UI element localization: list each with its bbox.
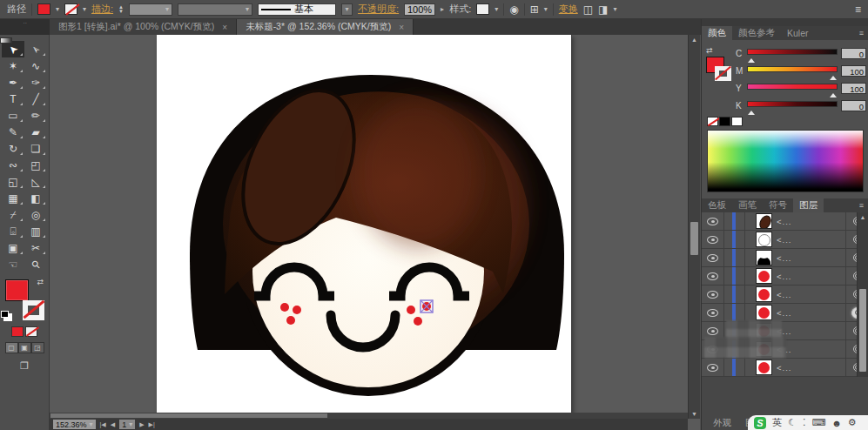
- symbol-sprayer-tool[interactable]: ⌺: [2, 223, 24, 239]
- pencil-tool[interactable]: ✎: [2, 124, 24, 140]
- black-swatch[interactable]: [719, 117, 730, 126]
- layers-panel-menu-icon[interactable]: ≡: [859, 201, 868, 210]
- toolbox-fill-swatch[interactable]: [5, 279, 29, 301]
- fill-color-swatch[interactable]: [37, 3, 50, 15]
- color-stroke-swatch[interactable]: [715, 66, 731, 81]
- layer-thumbnail[interactable]: [756, 213, 772, 229]
- stroke-link[interactable]: 描边:: [91, 3, 113, 16]
- graph-tool[interactable]: ▥: [24, 223, 47, 239]
- wrench-icon[interactable]: ⚙: [848, 417, 857, 428]
- distribute-icon[interactable]: ◨: [598, 3, 608, 16]
- layer-thumbnail[interactable]: [756, 232, 772, 247]
- rotate-tool[interactable]: ↻: [2, 140, 24, 157]
- pen-tool[interactable]: ✒: [2, 74, 24, 91]
- none-swatch[interactable]: [707, 117, 718, 126]
- prev-artboard-button[interactable]: ◀: [111, 420, 115, 429]
- next-artboard-button[interactable]: ▶: [139, 420, 144, 429]
- stroke-color-swatch[interactable]: [64, 3, 77, 15]
- layer-row[interactable]: <...: [702, 231, 868, 249]
- tab-color-guide[interactable]: 颜色参考: [732, 26, 781, 40]
- mesh-tool[interactable]: ▦: [2, 190, 24, 206]
- scroll-down-icon[interactable]: ▼: [689, 411, 700, 417]
- opacity-link[interactable]: 不透明度:: [358, 3, 399, 16]
- horizontal-scroll-thumb[interactable]: [50, 413, 327, 418]
- blob-brush-tool[interactable]: ▰: [24, 124, 47, 140]
- tab-swatches[interactable]: 色板: [702, 198, 732, 212]
- visibility-toggle[interactable]: [702, 231, 724, 248]
- layer-name[interactable]: <...: [772, 290, 845, 299]
- zoom-level-select[interactable]: 152.36% ▾: [53, 420, 96, 429]
- stroke-width-select[interactable]: ▾: [129, 3, 172, 16]
- visibility-toggle[interactable]: [702, 212, 724, 230]
- transform-link[interactable]: 变换: [559, 3, 578, 16]
- layer-row-selected[interactable]: <...: [702, 304, 868, 322]
- layer-thumbnail[interactable]: [756, 305, 772, 320]
- width-tool[interactable]: ∾: [2, 157, 24, 173]
- sogou-logo[interactable]: S: [754, 417, 766, 429]
- visibility-toggle[interactable]: [702, 359, 724, 376]
- rectangle-tool[interactable]: ▭: [2, 107, 24, 124]
- toolbox-stroke-swatch[interactable]: [23, 300, 44, 320]
- canvas-area[interactable]: ▲ ▼ 152.36% ▾ |◀ ◀ 1 ▾ ▶ ▶|: [50, 35, 700, 430]
- select-similar-dropdown-icon[interactable]: ▾: [544, 5, 548, 13]
- visibility-toggle[interactable]: [702, 267, 724, 285]
- opacity-input[interactable]: 100%: [404, 3, 435, 16]
- align-icon[interactable]: ◫: [583, 3, 593, 16]
- tab-color[interactable]: 颜色: [702, 26, 732, 40]
- moon-icon[interactable]: ☾: [788, 417, 797, 428]
- artboard-tool[interactable]: ▣: [2, 239, 24, 256]
- visibility-toggle[interactable]: [702, 286, 724, 303]
- curvature-pen-tool[interactable]: ✑: [24, 74, 47, 91]
- black-value-input[interactable]: 0: [841, 100, 866, 111]
- step-down-icon[interactable]: ▼: [118, 10, 124, 14]
- eyedropper-tool[interactable]: ⌿: [2, 206, 24, 223]
- draw-normal-button[interactable]: ▢: [5, 342, 18, 353]
- canvas-horizontal-scrollbar[interactable]: [50, 413, 688, 419]
- layer-thumbnail[interactable]: [756, 359, 772, 375]
- draw-behind-button[interactable]: ▣: [18, 342, 31, 353]
- last-artboard-button[interactable]: ▶|: [149, 420, 155, 429]
- layer-row[interactable]: <...: [702, 359, 868, 377]
- gradient-tool[interactable]: ◧: [24, 190, 47, 206]
- brush-definition-select[interactable]: 基本: [258, 3, 336, 16]
- type-tool[interactable]: T: [2, 91, 24, 107]
- color-swap-icon[interactable]: ⇄: [706, 46, 713, 55]
- layer-row[interactable]: <...: [702, 286, 868, 304]
- ime-language-toggle[interactable]: 英: [772, 416, 782, 429]
- layers-scroll-thumb[interactable]: [859, 289, 866, 372]
- artboard[interactable]: [157, 35, 572, 413]
- yellow-value-input[interactable]: 100: [841, 83, 866, 94]
- magenta-slider[interactable]: [747, 64, 838, 77]
- layer-name[interactable]: <...: [772, 363, 845, 373]
- scale-tool[interactable]: ❏: [24, 140, 47, 157]
- left-cheek-dot[interactable]: [293, 306, 301, 314]
- tab-brushes[interactable]: 画笔: [732, 198, 763, 212]
- style-swatch[interactable]: [476, 3, 489, 15]
- draw-inside-button[interactable]: ◲: [31, 342, 44, 353]
- tab-document-2-close-icon[interactable]: ×: [399, 23, 404, 32]
- paint-gradient-button[interactable]: [0, 37, 12, 44]
- lasso-tool[interactable]: ∿: [24, 57, 47, 74]
- magenta-value-input[interactable]: 100: [841, 65, 866, 77]
- tab-document-1-close-icon[interactable]: ×: [222, 23, 227, 32]
- layer-thumbnail[interactable]: [756, 268, 772, 284]
- direct-selection-tool[interactable]: ➣: [24, 41, 47, 57]
- tab-layers[interactable]: 图层: [793, 198, 824, 212]
- scroll-up-icon[interactable]: ▲: [689, 37, 700, 43]
- stroke-dropdown-icon[interactable]: ▾: [83, 5, 86, 13]
- default-fill-stroke-icon[interactable]: [3, 313, 12, 321]
- canvas-artwork[interactable]: [157, 35, 572, 413]
- opacity-dropdown-icon[interactable]: ▸: [441, 5, 444, 13]
- color-panel-menu-icon[interactable]: ≡: [859, 29, 868, 37]
- color-spectrum[interactable]: [707, 130, 864, 192]
- left-cheek-dot[interactable]: [280, 303, 289, 312]
- tab-document-2[interactable]: 未标题-3* @ 152.36% (CMYK/预览) ×: [237, 19, 414, 35]
- layer-thumbnail[interactable]: [756, 286, 772, 302]
- free-transform-tool[interactable]: ◰: [24, 157, 47, 173]
- right-cheek-dot[interactable]: [414, 317, 422, 326]
- layer-name[interactable]: <...: [772, 308, 845, 318]
- select-similar-icon[interactable]: ⊞: [530, 3, 539, 16]
- right-cheek-dot[interactable]: [407, 306, 415, 314]
- dots-icon[interactable]: ⁚: [803, 417, 806, 428]
- canvas-vertical-scrollbar[interactable]: ▲ ▼: [688, 35, 700, 419]
